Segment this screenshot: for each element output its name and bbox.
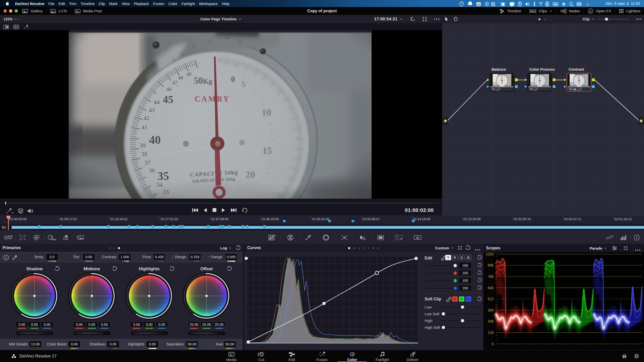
svg-text:384: 384 [488, 308, 494, 312]
svg-text:256: 256 [488, 319, 494, 323]
svg-text:768: 768 [488, 275, 494, 279]
svg-text:03: 03 [569, 87, 572, 91]
svg-text:i: i [636, 236, 637, 240]
svg-text:Color Process: Color Process [529, 67, 555, 71]
svg-text:02: 02 [530, 87, 533, 91]
svg-text:HDR: HDR [52, 238, 56, 241]
svg-text:fx: fx [590, 10, 592, 13]
svg-text:01: 01 [492, 87, 495, 91]
svg-text:76%: 76% [491, 4, 495, 7]
svg-text:Contrast: Contrast [569, 67, 584, 71]
svg-text:3D: 3D [416, 236, 419, 239]
svg-text:1023: 1023 [486, 252, 494, 256]
svg-text:512: 512 [488, 297, 494, 301]
svg-text:0: 0 [492, 342, 494, 346]
svg-text:640: 640 [488, 286, 494, 290]
svg-text:Balance: Balance [492, 67, 506, 71]
svg-text:896: 896 [488, 263, 494, 267]
svg-text:A: A [5, 256, 7, 259]
svg-text:128: 128 [488, 331, 494, 335]
